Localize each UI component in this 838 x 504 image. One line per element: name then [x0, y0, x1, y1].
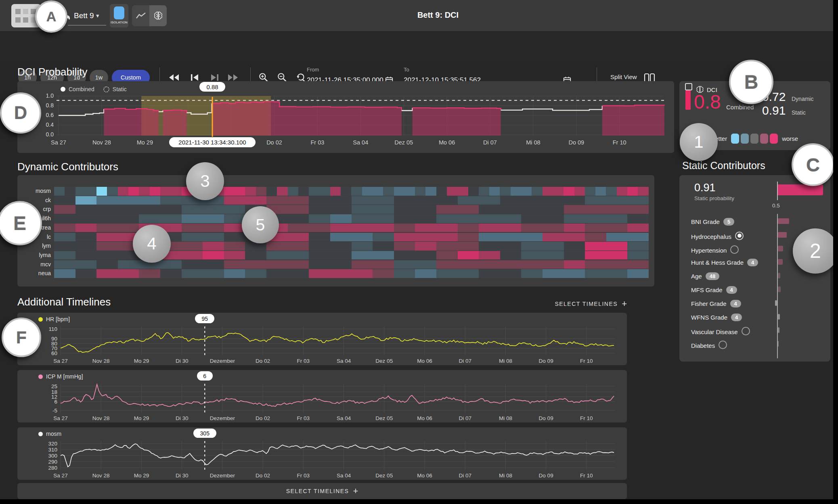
heatmap-cell[interactable] [468, 187, 479, 196]
heatmap-cell[interactable] [330, 242, 352, 251]
timeline-chart-mosm[interactable]: 320310300290280Sa 27Nov 28Mo 29Di 30Deze… [17, 427, 627, 480]
heatmap-cell[interactable] [309, 251, 330, 260]
heatmap-cell[interactable] [96, 260, 118, 269]
heatmap-cell[interactable] [288, 224, 309, 232]
heatmap-cell[interactable] [500, 205, 522, 214]
heatmap-cell[interactable] [330, 196, 352, 205]
heatmap-cell[interactable] [574, 187, 585, 196]
heatmap-cell[interactable] [288, 251, 309, 260]
heatmap-cell[interactable] [458, 269, 479, 278]
heatmap-cell[interactable] [394, 214, 415, 223]
heatmap-cell[interactable] [75, 196, 97, 205]
heatmap-cell[interactable] [118, 205, 139, 214]
heatmap-cell[interactable] [309, 196, 330, 205]
static-legend-label[interactable]: Static [113, 86, 127, 92]
heatmap-cell[interactable] [479, 269, 500, 278]
heatmap-cell[interactable] [373, 233, 394, 242]
heatmap-cell[interactable] [606, 269, 628, 278]
heatmap-cell[interactable] [564, 242, 585, 251]
static-item-diabetes[interactable]: Diabetes [691, 341, 727, 349]
heatmap-cell[interactable] [564, 224, 585, 232]
heatmap-cell[interactable] [500, 251, 522, 260]
heatmap-cell[interactable] [75, 251, 97, 260]
heatmap-row-mcv[interactable] [54, 260, 649, 269]
radio-unchecked-icon[interactable] [730, 245, 739, 254]
heatmap-cell[interactable] [277, 187, 287, 196]
heatmap-cell[interactable] [595, 187, 606, 196]
heatmap-cell[interactable] [606, 260, 628, 269]
heatmap-cell[interactable] [585, 205, 606, 214]
heatmap-cell[interactable] [479, 196, 500, 205]
heatmap-cell[interactable] [160, 260, 182, 269]
heatmap-cell[interactable] [266, 242, 288, 251]
radio-checked-icon[interactable] [735, 232, 744, 240]
heatmap-cell[interactable] [245, 269, 266, 278]
heatmap-cell[interactable] [266, 196, 288, 205]
heatmap-cell[interactable] [203, 214, 224, 223]
static-item-mfs-grade[interactable]: MFS Grade4 [691, 286, 737, 294]
heatmap-cell[interactable] [543, 187, 553, 196]
heatmap-cell[interactable] [298, 187, 309, 196]
heatmap-cell[interactable] [288, 260, 309, 269]
heatmap-cell[interactable] [245, 196, 266, 205]
heatmap-cell[interactable] [96, 196, 118, 205]
heatmap-cell[interactable] [543, 233, 564, 242]
dci-probability-panel[interactable]: 1.00.80.60.40.0Sa 27Nov 28Mo 29Do 02Fr 0… [17, 81, 674, 153]
heatmap-cell[interactable] [606, 251, 628, 260]
heatmap-cell[interactable] [75, 214, 97, 223]
heatmap-cell[interactable] [606, 214, 628, 223]
heatmap-cell[interactable] [139, 214, 160, 223]
heatmap-cell[interactable] [75, 260, 97, 269]
heatmap-cell[interactable] [521, 260, 543, 269]
heatmap-cell[interactable] [224, 251, 245, 260]
heatmap-cell[interactable] [585, 196, 606, 205]
heatmap-cell[interactable] [330, 251, 352, 260]
heatmap-cell[interactable] [425, 187, 436, 196]
heatmap-cell[interactable] [182, 269, 203, 278]
heatmap-cell[interactable] [415, 260, 436, 269]
heatmap-cell[interactable] [394, 224, 415, 232]
heatmap-cell[interactable] [564, 187, 574, 196]
heatmap-cell[interactable] [54, 260, 75, 269]
heatmap-cell[interactable] [564, 260, 585, 269]
combined-legend-label[interactable]: Combined [69, 86, 94, 92]
heatmap-cell[interactable] [352, 205, 373, 214]
heatmap-cell[interactable] [309, 214, 330, 223]
heatmap-cell[interactable] [415, 205, 436, 214]
heatmap-cell[interactable] [532, 187, 542, 196]
static-item-hypertension[interactable]: Hypertension [691, 245, 739, 254]
heatmap-cell[interactable] [436, 251, 458, 260]
heatmap-cell[interactable] [245, 260, 266, 269]
heatmap-cell[interactable] [585, 269, 606, 278]
timeline-panel-hr[interactable]: 11090807060Sa 27Nov 28Mo 29Di 30Dezember… [17, 313, 627, 365]
heatmap-cell[interactable] [139, 196, 160, 205]
heatmap-cell[interactable] [394, 233, 415, 242]
heatmap-cell[interactable] [479, 233, 500, 242]
heatmap-cell[interactable] [182, 214, 203, 223]
heatmap-cell[interactable] [415, 214, 436, 223]
heatmap-cell[interactable] [585, 214, 606, 223]
heatmap-cell[interactable] [404, 187, 415, 196]
heatmap-cell[interactable] [564, 269, 585, 278]
heatmap-cell[interactable] [96, 224, 118, 232]
heatmap-cell[interactable] [75, 242, 97, 251]
heatmap-cell[interactable] [458, 196, 479, 205]
heatmap-cell[interactable] [543, 196, 564, 205]
heatmap-cell[interactable] [86, 187, 96, 196]
heatmap-cell[interactable] [139, 269, 160, 278]
heatmap-cell[interactable] [203, 260, 224, 269]
heatmap-cell[interactable] [543, 205, 564, 214]
heatmap-cell[interactable] [543, 214, 564, 223]
heatmap-cell[interactable] [415, 224, 436, 232]
heatmap-cell[interactable] [96, 205, 118, 214]
heatmap-cell[interactable] [500, 269, 522, 278]
heatmap-cell[interactable] [415, 242, 436, 251]
heatmap-cell[interactable] [500, 196, 522, 205]
isolation-badge[interactable]: ISOLATION [110, 4, 128, 27]
heatmap-cell[interactable] [160, 187, 171, 196]
select-timelines-footer[interactable]: SELECT TIMELINES + [17, 483, 627, 499]
heatmap-cell[interactable] [54, 251, 75, 260]
heatmap-cell[interactable] [394, 187, 404, 196]
radio-unchecked-icon[interactable] [719, 341, 727, 349]
heatmap-cell[interactable] [543, 242, 564, 251]
